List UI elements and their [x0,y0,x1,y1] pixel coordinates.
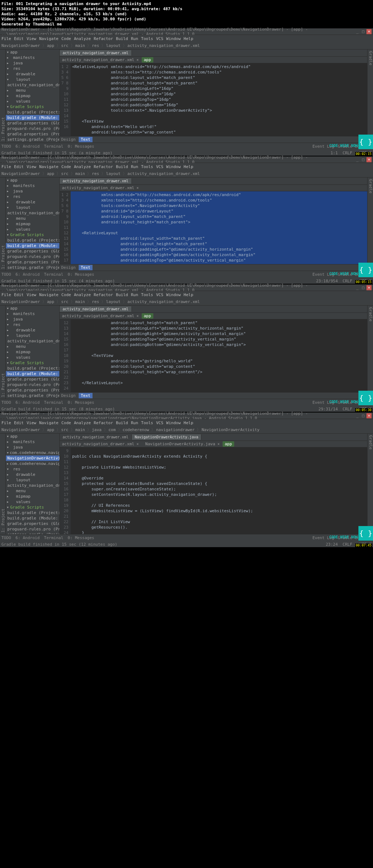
tree-drawable[interactable]: ▸drawable [6,71,59,77]
code-area[interactable]: public class NavigationDrawerActivity ex… [71,447,367,534]
right-tool-strip: Gradle [367,49,373,143]
editor-tab[interactable]: activity_navigation_drawer.xml [60,50,132,56]
code-area[interactable]: android:layout_height="match_parent" and… [71,319,367,392]
code-area[interactable]: <RelativeLayout xmlns:android="http://sc… [71,63,367,136]
tree-proguard[interactable]: proguard-rules.pro (ProGuard Rules for a… [6,126,59,131]
tree-build-gradle-proj[interactable]: build.gradle (Project: NavigationDrawer) [6,110,59,115]
crumb[interactable]: res [92,43,99,48]
tree-java[interactable]: ▸java [6,60,59,66]
crumb[interactable]: app [47,43,54,48]
brand-text: CODE HERE NOW [329,144,358,148]
tree-mipmap[interactable]: ▸mipmap [6,93,59,99]
design-tab[interactable]: Design [61,137,76,142]
menu-code[interactable]: Code [61,36,71,41]
video-metadata: File: 001 Integrating a navigation drawe… [0,0,373,28]
close-icon[interactable]: × [366,157,372,162]
menu-help[interactable]: Help [184,36,193,41]
breadcrumb-bar: NavigationDrawer〉 app〉 src〉 main〉 res〉 l… [0,42,373,49]
brand-logo: { } [358,135,373,149]
bottom-tools: TODO 6: Android Terminal 0: Messages Eve… [0,143,373,150]
menu-window[interactable]: Window [166,36,181,41]
android-tool[interactable]: 6: Android [16,144,40,149]
ide-frame-1: NavigationDrawer - [C:\Users\Ragunath Ja… [0,28,373,156]
tree-manifests[interactable]: ▸manifests [6,55,59,60]
tree-build-gradle-mod[interactable]: build.gradle (Module: app) [6,115,59,120]
tree-layout[interactable]: ▾layout [6,77,59,82]
crumb[interactable]: main [75,43,85,48]
crumb[interactable]: src [61,43,68,48]
gradle-tool[interactable]: Gradle [368,51,373,141]
close-icon[interactable]: × [366,29,372,34]
project-tree: ▾app ▸manifests ▸java ▾res ▸drawable ▾la… [6,49,60,143]
run-config[interactable]: app [142,57,153,63]
ide-frame-4: NavigationDrawer - [C:\Users\Ragunath Ja… [0,413,373,547]
code-area[interactable]: xmlns:android="http://schemas.android.co… [71,191,367,264]
design-text-tabs: Design Text [60,136,367,143]
editor-crumbs: activity_navigation_drawer.xml ×app [60,57,367,63]
project-tree: ▾app ▸manifests ▸java ▾res ▸drawable ▾la… [6,178,60,271]
menu-bar: FileEditViewNavigateCodeAnalyzeRefactorB… [0,291,373,298]
ide-frame-2: NavigationDrawer - [C:\Users\Ragunath Ja… [0,156,373,284]
menu-bar: File Edit View Navigate Code Analyze Ref… [0,35,373,42]
menu-edit[interactable]: Edit [14,36,24,41]
menu-refactor[interactable]: Refactor [94,36,113,41]
menu-bar: FileEditViewNavigateCodeAnalyzeRefactorB… [0,163,373,170]
todo-tool[interactable]: TODO [1,144,11,149]
text-tab[interactable]: Text [79,137,93,142]
tree-res[interactable]: ▾res [6,66,59,71]
line-gutter: 1 2 3 4 5 6 7 8 9 10 11 12 13 14 15 16 [60,63,71,136]
menu-bar: FileEditViewNavigateCodeAnalyzeRefactorB… [0,419,373,426]
menu-file[interactable]: File [1,36,11,41]
left-tool-strip: 1: Project 2: Structure [0,49,6,143]
crumb[interactable]: activity_navigation_drawer.xml [127,43,200,48]
window-titlebar: NavigationDrawer - [C:\Users\Ragunath Ja… [0,28,373,35]
menu-build[interactable]: Build [116,36,128,41]
crumb[interactable]: layout [106,43,121,48]
maximize-icon[interactable]: □ [361,29,366,34]
menu-run[interactable]: Run [131,36,138,41]
project-tool[interactable]: 1: Project [1,51,5,141]
tree-values[interactable]: ▸values [6,99,59,104]
terminal-tool[interactable]: Terminal [44,144,63,149]
ide-frame-3: NavigationDrawer - [C:\Users\Ragunath Ja… [0,284,373,412]
tree-app[interactable]: ▾app [6,49,59,55]
tree-gradle-props2[interactable]: gradle.properties (Project Properties) [6,131,59,137]
minimize-icon[interactable]: _ [355,157,360,162]
menu-analyze[interactable]: Analyze [74,36,91,41]
messages-tool[interactable]: 0: Messages [68,144,94,149]
maximize-icon[interactable]: □ [361,157,366,162]
crumb[interactable]: NavigationDrawer [1,43,40,48]
tree-gradle-props[interactable]: gradle.properties (Global Properties) [6,120,59,126]
tree-menu[interactable]: ▸menu [6,88,59,93]
breadcrumb-bar: NavigationDrawer〉app〉src〉main〉res〉layout… [0,170,373,178]
editor-pane: activity_navigation_drawer.xml activity_… [60,49,367,143]
tree-gradle-scripts[interactable]: ▾Gradle Scripts [6,104,59,110]
tree-xml[interactable]: activity_navigation_drawer.xml [6,82,59,88]
minimize-icon[interactable]: _ [355,29,360,34]
timestamp: 00:02:15 [355,152,372,156]
tree-settings-gradle[interactable]: settings.gradle (Project Settings) [6,137,59,142]
menu-view[interactable]: View [27,36,36,41]
menu-vcs[interactable]: VCS [156,36,163,41]
menu-navigate[interactable]: Navigate [39,36,59,41]
menu-tools[interactable]: Tools [141,36,153,41]
